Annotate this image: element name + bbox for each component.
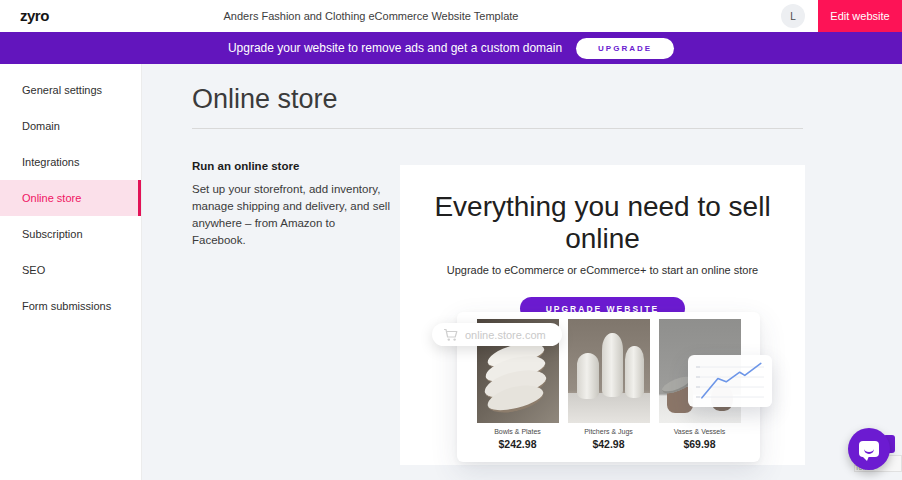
intro-heading: Run an online store [192, 160, 392, 172]
product-name: Pitchers & Jugs [584, 428, 633, 435]
shopping-cart-icon [443, 328, 459, 342]
product-price: $42.98 [592, 438, 624, 450]
upgrade-banner-text: Upgrade your website to remove ads and g… [228, 41, 562, 55]
site-title: Anders Fashion and Clothing eCommerce We… [0, 10, 742, 22]
top-bar: zyro Anders Fashion and Clothing eCommer… [0, 0, 902, 32]
product-image-pitchers [568, 319, 650, 423]
app-window: zyro Anders Fashion and Clothing eCommer… [0, 0, 902, 480]
sidebar-item-general-settings[interactable]: General settings [0, 72, 141, 108]
edit-website-button[interactable]: Edit website [818, 0, 902, 32]
user-avatar[interactable]: L [781, 4, 805, 28]
sales-mini-chart-card [688, 355, 772, 407]
upsell-subheading: Upgrade to eCommerce or eCommerce+ to st… [400, 264, 805, 276]
upsell-heading: Everything you need to sell online [400, 191, 805, 255]
page-title: Online store [192, 84, 338, 115]
product-card: Pitchers & Jugs $42.98 [568, 319, 650, 462]
sales-line-chart [688, 355, 772, 407]
sidebar-item-domain[interactable]: Domain [0, 108, 141, 144]
upgrade-banner: Upgrade your website to remove ads and g… [0, 32, 902, 64]
product-price: $242.98 [499, 438, 537, 450]
product-name: Vases & Vessels [674, 428, 726, 435]
chat-bubble-icon [859, 441, 879, 457]
settings-sidebar: General settings Domain Integrations Onl… [0, 64, 142, 480]
sidebar-item-online-store[interactable]: Online store [0, 180, 141, 216]
store-url-pill: online.store.com [432, 323, 562, 346]
intro-text-block: Run an online store Set up your storefro… [192, 160, 392, 249]
product-name: Bowls & Plates [494, 428, 541, 435]
product-price: $69.98 [683, 438, 715, 450]
upgrade-banner-button[interactable]: UPGRADE [576, 38, 674, 59]
intro-body: Set up your storefront, add inventory, m… [192, 181, 392, 249]
upsell-panel: Everything you need to sell online Upgra… [400, 165, 805, 465]
chat-widget-button[interactable] [848, 428, 890, 470]
title-divider [192, 128, 803, 129]
store-url-text: online.store.com [465, 329, 546, 341]
sidebar-item-form-submissions[interactable]: Form submissions [0, 288, 141, 324]
sidebar-item-integrations[interactable]: Integrations [0, 144, 141, 180]
sidebar-item-subscription[interactable]: Subscription [0, 216, 141, 252]
main-content: Online store Run an online store Set up … [142, 64, 902, 480]
sidebar-item-seo[interactable]: SEO [0, 252, 141, 288]
